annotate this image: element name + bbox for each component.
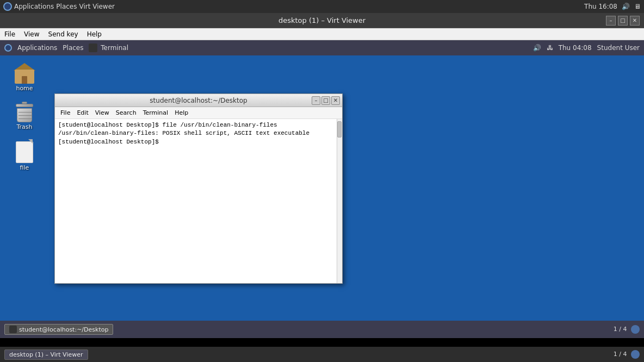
host-bottombar-right: 1 / 4	[614, 350, 640, 359]
terminal-text-area[interactable]: [student@localhost Desktop]$ file /usr/b…	[55, 119, 337, 283]
home-icon	[14, 63, 35, 84]
terminal-scrollbar[interactable]	[337, 119, 342, 283]
vv-sendkey-menu[interactable]: Send key	[44, 30, 83, 38]
guest-panel-left: Applications Places Terminal	[4, 43, 128, 52]
home-icon-label: home	[16, 85, 33, 92]
host-topbar-left: Applications Places Virt Viewer	[3, 2, 115, 11]
terminal-search-menu[interactable]: Search	[113, 109, 140, 116]
host-virtviewer-menu[interactable]: Virt Viewer	[79, 3, 115, 10]
vv-window-title: desktop (1) – Virt Viewer	[278, 16, 366, 24]
terminal-content-area: [student@localhost Desktop]$ file /usr/b…	[55, 119, 342, 283]
guest-volume-icon[interactable]: 🔊	[533, 44, 541, 52]
guest-desktop-content: home Trash	[0, 55, 644, 338]
terminal-maximize-btn[interactable]: □	[321, 96, 330, 105]
guest-clock: Thu 04:08	[559, 44, 592, 52]
desktop-icon-home[interactable]: home	[5, 61, 44, 94]
guest-user-label: Student User	[597, 44, 640, 52]
guest-taskbar-terminal-label: student@localhost:~/Desktop	[19, 326, 108, 333]
terminal-view-menu[interactable]: View	[92, 109, 113, 116]
host-topbar: Applications Places Virt Viewer Thu 16:0…	[0, 0, 644, 13]
terminal-line-1: [student@localhost Desktop]$ file /usr/b…	[58, 121, 333, 129]
terminal-line-2: /usr/bin/clean-binary-files: POSIX shell…	[58, 129, 333, 138]
vv-maximize-btn[interactable]: □	[618, 16, 628, 26]
terminal-line-3: [student@localhost Desktop]$	[58, 138, 333, 146]
desktop-icon-trash[interactable]: Trash	[5, 98, 44, 133]
vv-close-btn[interactable]: ✕	[630, 16, 640, 26]
host-bottombar: desktop (1) – Virt Viewer 1 / 4	[0, 347, 644, 362]
vv-view-menu[interactable]: View	[20, 30, 44, 38]
trash-icon-label: Trash	[16, 123, 32, 130]
terminal-window-controls: – □ ✕	[312, 96, 340, 105]
terminal-help-menu[interactable]: Help	[171, 109, 191, 116]
guest-applications-menu[interactable]: Applications	[17, 44, 57, 52]
host-pager: 1 / 4	[614, 351, 627, 358]
terminal-title: student@localhost:~/Desktop	[150, 97, 247, 104]
host-clock: Thu 16:08	[584, 3, 617, 10]
taskbar-terminal-icon	[9, 326, 17, 333]
desktop-icon-file[interactable]: file	[5, 137, 44, 173]
guest-network-icon[interactable]: 🖧	[547, 44, 553, 52]
host-applications-menu[interactable]: Applications	[14, 3, 54, 10]
terminal-file-menu[interactable]: File	[57, 109, 73, 116]
vv-titlebar: desktop (1) – Virt Viewer – □ ✕	[0, 13, 644, 28]
host-taskbar-vv-label: desktop (1) – Virt Viewer	[9, 351, 83, 358]
guest-panel: Applications Places Terminal 🔊 🖧 Thu 04:…	[0, 40, 644, 55]
terminal-scrollbar-thumb[interactable]	[337, 121, 342, 138]
vv-file-menu[interactable]: File	[0, 30, 20, 38]
terminal-window: student@localhost:~/Desktop – □ ✕ File E…	[54, 93, 343, 284]
file-icon	[15, 139, 34, 163]
vv-help-menu[interactable]: Help	[83, 30, 106, 38]
terminal-titlebar: student@localhost:~/Desktop – □ ✕	[55, 94, 342, 107]
trash-icon	[15, 101, 34, 122]
guest-places-menu[interactable]: Places	[63, 44, 83, 52]
fedora-icon	[3, 2, 12, 11]
file-icon-label: file	[20, 164, 29, 171]
terminal-minimize-btn[interactable]: –	[312, 96, 320, 105]
host-topbar-right: Thu 16:08 🔊 🖥	[584, 3, 641, 10]
host-places-menu[interactable]: Places	[56, 3, 77, 10]
guest-taskbar-pager: 1 / 4	[614, 325, 640, 334]
host-taskbar-vv-item[interactable]: desktop (1) – Virt Viewer	[4, 349, 88, 360]
host-volume-icon[interactable]: 🔊	[622, 3, 630, 10]
vv-menubar: File View Send key Help	[0, 28, 644, 40]
terminal-menubar: File Edit View Search Terminal Help	[55, 107, 342, 119]
vv-window-controls: – □ ✕	[606, 16, 640, 26]
guest-desktop: Applications Places Terminal 🔊 🖧 Thu 04:…	[0, 40, 644, 338]
host-network-icon[interactable]: 🖥	[634, 3, 641, 10]
guest-taskbar-terminal-item[interactable]: student@localhost:~/Desktop	[4, 324, 113, 335]
vv-minimize-btn[interactable]: –	[606, 16, 616, 26]
desktop-icons: home Trash	[5, 61, 44, 173]
guest-fedora-icon	[4, 44, 12, 52]
guest-terminal-menu[interactable]: Terminal	[89, 43, 128, 52]
terminal-close-btn[interactable]: ✕	[331, 96, 340, 105]
guest-panel-right: 🔊 🖧 Thu 04:08 Student User	[533, 44, 640, 52]
guest-taskbar: student@localhost:~/Desktop 1 / 4	[0, 321, 644, 338]
terminal-edit-menu[interactable]: Edit	[73, 109, 91, 116]
terminal-terminal-menu[interactable]: Terminal	[140, 109, 172, 116]
